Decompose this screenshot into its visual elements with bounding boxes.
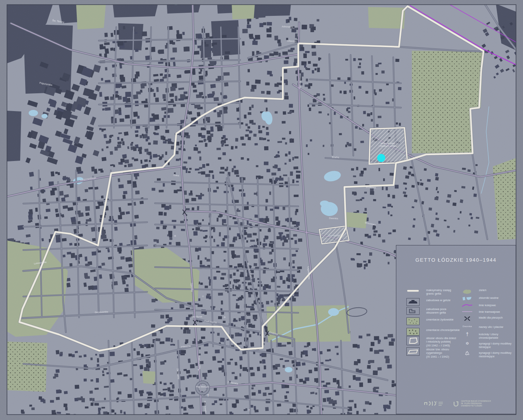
footbridge-icon	[461, 315, 473, 322]
location-marker	[377, 154, 385, 162]
map-title: GETTO ŁÓDZKIE 1940–1944	[396, 257, 516, 263]
buildings-in-ghetto-swatch-icon	[406, 298, 420, 306]
partner-logo-mark	[423, 399, 444, 408]
legend-label: synagogi i domy modlitwy istniejące	[479, 341, 511, 349]
street-label: Dworska	[329, 217, 338, 220]
children-camp-label: obóz dla dzieci	[381, 142, 395, 144]
legend-panel: GETTO ŁÓDZKIE 1940–1944 maksymalny zasię…	[396, 245, 516, 414]
jewish-cemetery-swatch-icon	[406, 317, 420, 325]
street-label: Marysińska	[299, 76, 301, 88]
legend-row: maksymalny zasięg granic getta	[406, 288, 451, 296]
ghetto-boundary-swatch-icon	[406, 288, 420, 293]
legend-label: kościoły i zbory chrześcijańskie	[479, 332, 498, 340]
legend-row: kładki dla pieszych	[461, 315, 503, 322]
street-label: Stary Rynek	[191, 315, 202, 318]
synagogue-nonexisting-icon: ✡	[202, 295, 204, 298]
legend-label: zbiorniki wodne	[479, 296, 499, 300]
railway-line-icon	[461, 303, 473, 308]
legend-row: obszar obozu dla dzieci i młodzieży pols…	[406, 336, 456, 347]
legend-label: kładki dla pieszych	[479, 315, 503, 319]
church-cross-icon: †	[248, 408, 250, 412]
legend-row: cmentarze żydowskie	[406, 317, 454, 325]
legend-row: zbiorniki wodne	[461, 296, 499, 301]
legend-label: zabudowa w getcie	[426, 298, 451, 302]
legend-label: maksymalny zasięg granic getta	[426, 288, 451, 296]
legend-row: zabudowa w getcie	[406, 298, 451, 306]
legend-row: † kościoły i zbory chrześcijańskie	[461, 332, 498, 340]
legend-label: zieleń	[479, 288, 486, 292]
legend-label: synagogi i domy modlitwy nieistniejące	[479, 351, 511, 358]
gypsy-camp-swatch-icon	[406, 347, 420, 356]
legend-row: synagogi i domy modlitwy nieistniejące	[461, 351, 511, 358]
street-label: Bracka	[332, 156, 340, 159]
green-area-swatch-icon	[461, 288, 473, 295]
church-cross-icon: †	[207, 394, 209, 398]
legend-row: cmentarze chrześcijańskie	[406, 328, 460, 336]
partner-logo	[423, 399, 444, 408]
buildings-outside-ghetto-swatch-icon	[406, 307, 420, 315]
church-cross-icon: †	[461, 332, 473, 336]
street-label: Dolna	[174, 174, 180, 177]
water-swatch-icon	[461, 296, 473, 301]
legend-label: obszar obozu dla dzieci i młodzieży pols…	[426, 336, 456, 347]
street-name-sample: Dworska	[461, 325, 473, 327]
synagogue-existing-icon: ✡	[224, 316, 226, 319]
street-label: Admiralska	[282, 25, 294, 28]
legend-row: linie tramwajowe	[461, 310, 500, 314]
tram-line-icon	[461, 310, 473, 314]
legend-label: nazwy ulic i placów	[479, 325, 503, 329]
legend-label: cmentarze żydowskie	[426, 317, 454, 321]
legend-label: cmentarze chrześcijańskie	[426, 328, 460, 332]
synagogue-existing-icon: ✡	[461, 341, 473, 345]
street-label: Zgierska	[191, 283, 193, 292]
christian-cemetery-swatch-icon	[406, 328, 420, 336]
synagogue-nonexisting-icon: ✡	[234, 286, 236, 289]
synagogue-existing-icon: ✡	[174, 235, 176, 237]
legend-row: linie kolejowe	[461, 303, 496, 308]
university-logo-mark	[453, 401, 459, 407]
credits: CENTRUM BADAŃ ŻYDOWSKICH IM. FILIPA FRIE…	[423, 399, 491, 408]
street-label: Plac Wolności	[196, 386, 209, 388]
children-camp-swatch-icon	[406, 336, 420, 345]
legend-row: zieleń	[461, 288, 486, 295]
legend-label: linie tramwajowe	[479, 310, 500, 314]
legend-label: obszar tzw. obozu cygańskiego (XI 1941 –…	[426, 347, 449, 358]
children-camp-label: i młodzieży polskiej	[378, 145, 397, 147]
credits-text: CENTRUM BADAŃ ŻYDOWSKICH IM. FILIPA FRIE…	[461, 400, 491, 407]
university-logo: CENTRUM BADAŃ ŻYDOWSKICH IM. FILIPA FRIE…	[453, 400, 491, 407]
legend-label: linie kolejowe	[479, 303, 496, 307]
legend-row: zabudowa poza obszarem getta	[406, 307, 446, 315]
street-label: Inflancka	[287, 40, 297, 43]
legend-row: Dworska nazwy ulic i placów	[461, 325, 503, 329]
map-screenshot: †††✡✡✡✡Św. TeresyPojezierskaAdmiralskaIn…	[0, 0, 523, 420]
legend-row: obszar tzw. obozu cygańskiego (XI 1941 –…	[406, 347, 449, 358]
legend-label: zabudowa poza obszarem getta	[426, 307, 446, 315]
synagogue-nonexisting-icon	[461, 351, 473, 356]
legend-row: ✡ synagogi i domy modlitwy istniejące	[461, 341, 511, 349]
street-label: Środkowa	[366, 185, 377, 189]
